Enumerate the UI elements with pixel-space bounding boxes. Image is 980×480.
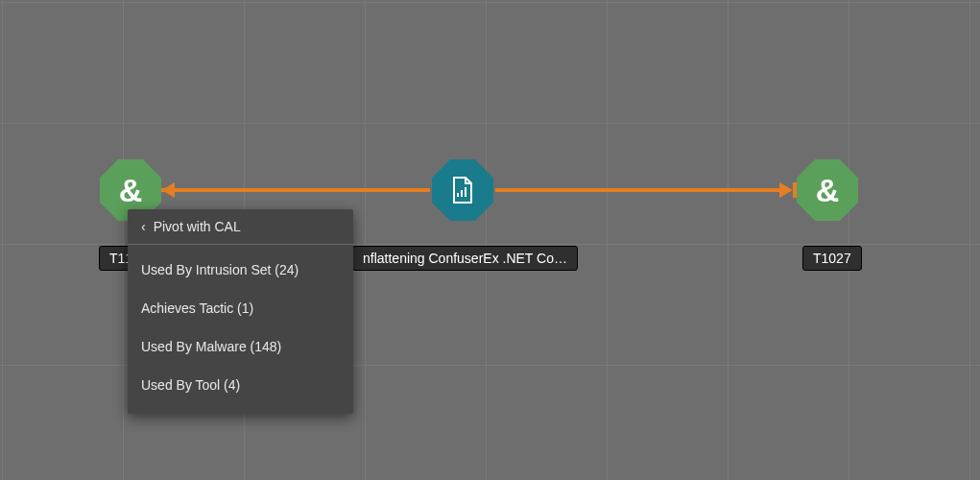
node-right-label[interactable]: T1027 xyxy=(802,246,862,271)
arrowhead-right xyxy=(779,182,793,198)
edge-left-center[interactable] xyxy=(161,188,430,192)
context-menu: ‹ Pivot with CAL Used By Intrusion Set (… xyxy=(128,209,353,414)
report-icon xyxy=(449,176,476,204)
arrowhead-left xyxy=(161,182,175,198)
node-right[interactable]: & xyxy=(797,159,858,221)
node-center[interactable] xyxy=(432,159,493,221)
menu-header-label: Pivot with CAL xyxy=(154,219,241,234)
menu-item-achieves-tactic[interactable]: Achieves Tactic (1) xyxy=(128,289,353,327)
edge-center-right[interactable] xyxy=(495,188,783,192)
arrow-bar-right xyxy=(793,182,797,198)
ampersand-icon: & xyxy=(816,174,840,206)
graph-canvas[interactable]: & T11 nflattening ConfuserEx .NET Co… & … xyxy=(0,0,980,480)
ampersand-icon: & xyxy=(119,174,143,206)
menu-item-used-by-malware[interactable]: Used By Malware (148) xyxy=(128,327,353,366)
menu-item-used-by-tool[interactable]: Used By Tool (4) xyxy=(128,366,353,404)
menu-item-intrusion-set[interactable]: Used By Intrusion Set (24) xyxy=(128,251,353,289)
chevron-left-icon: ‹ xyxy=(141,219,146,234)
node-center-label[interactable]: nflattening ConfuserEx .NET Co… xyxy=(352,246,578,271)
menu-back-button[interactable]: ‹ Pivot with CAL xyxy=(128,209,353,245)
menu-items: Used By Intrusion Set (24) Achieves Tact… xyxy=(128,245,353,414)
